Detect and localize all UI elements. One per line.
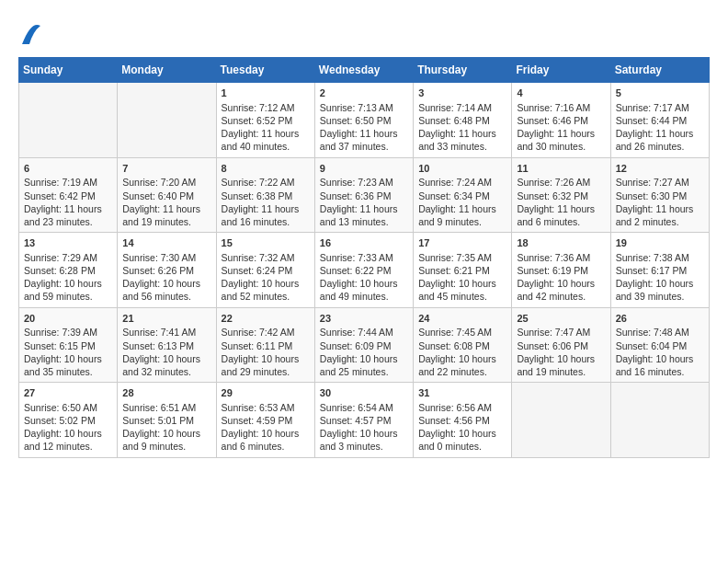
calendar-cell: 8Sunrise: 7:22 AMSunset: 6:38 PMDaylight… bbox=[216, 157, 314, 233]
calendar-cell: 20Sunrise: 7:39 AMSunset: 6:15 PMDayligh… bbox=[19, 307, 118, 383]
calendar-week-row: 20Sunrise: 7:39 AMSunset: 6:15 PMDayligh… bbox=[19, 307, 710, 383]
day-number: 28 bbox=[122, 386, 210, 400]
calendar-cell: 29Sunrise: 6:53 AMSunset: 4:59 PMDayligh… bbox=[216, 383, 314, 458]
day-number: 9 bbox=[320, 162, 408, 176]
weekday-header: Saturday bbox=[610, 58, 709, 83]
calendar-cell: 23Sunrise: 7:44 AMSunset: 6:09 PMDayligh… bbox=[314, 307, 413, 383]
calendar-cell: 28Sunrise: 6:51 AMSunset: 5:01 PMDayligh… bbox=[118, 383, 216, 458]
calendar-cell: 30Sunrise: 6:54 AMSunset: 4:57 PMDayligh… bbox=[314, 383, 413, 458]
calendar-cell: 5Sunrise: 7:17 AMSunset: 6:44 PMDaylight… bbox=[610, 83, 709, 158]
calendar-week-row: 1Sunrise: 7:12 AMSunset: 6:52 PMDaylight… bbox=[19, 83, 710, 158]
calendar-cell: 17Sunrise: 7:35 AMSunset: 6:21 PMDayligh… bbox=[414, 233, 512, 308]
calendar-cell: 1Sunrise: 7:12 AMSunset: 6:52 PMDaylight… bbox=[216, 83, 314, 158]
calendar-cell: 2Sunrise: 7:13 AMSunset: 6:50 PMDaylight… bbox=[314, 83, 413, 158]
calendar-cell: 14Sunrise: 7:30 AMSunset: 6:26 PMDayligh… bbox=[118, 233, 216, 308]
day-number: 15 bbox=[222, 236, 310, 250]
calendar-cell bbox=[118, 83, 216, 158]
calendar-cell: 19Sunrise: 7:38 AMSunset: 6:17 PMDayligh… bbox=[610, 233, 709, 308]
day-number: 16 bbox=[320, 236, 408, 250]
calendar-cell: 18Sunrise: 7:36 AMSunset: 6:19 PMDayligh… bbox=[512, 233, 610, 308]
day-number: 30 bbox=[320, 386, 408, 400]
day-number: 31 bbox=[418, 386, 506, 400]
day-number: 7 bbox=[122, 162, 210, 176]
calendar-cell: 12Sunrise: 7:27 AMSunset: 6:30 PMDayligh… bbox=[610, 157, 709, 233]
day-number: 8 bbox=[222, 162, 310, 176]
calendar-week-row: 6Sunrise: 7:19 AMSunset: 6:42 PMDaylight… bbox=[19, 157, 710, 233]
calendar-cell: 3Sunrise: 7:14 AMSunset: 6:48 PMDaylight… bbox=[414, 83, 512, 158]
calendar-cell: 10Sunrise: 7:24 AMSunset: 6:34 PMDayligh… bbox=[414, 157, 512, 233]
weekday-header: Sunday bbox=[19, 58, 118, 83]
calendar-cell: 7Sunrise: 7:20 AMSunset: 6:40 PMDaylight… bbox=[118, 157, 216, 233]
day-number: 20 bbox=[24, 312, 112, 326]
calendar-cell: 24Sunrise: 7:45 AMSunset: 6:08 PMDayligh… bbox=[414, 307, 512, 383]
calendar-cell: 11Sunrise: 7:26 AMSunset: 6:32 PMDayligh… bbox=[512, 157, 610, 233]
day-number: 13 bbox=[24, 236, 112, 250]
day-number: 6 bbox=[24, 162, 112, 176]
day-number: 17 bbox=[418, 236, 506, 250]
calendar-cell: 15Sunrise: 7:32 AMSunset: 6:24 PMDayligh… bbox=[216, 233, 314, 308]
weekday-header-row: SundayMondayTuesdayWednesdayThursdayFrid… bbox=[19, 58, 710, 83]
weekday-header: Tuesday bbox=[216, 58, 314, 83]
calendar-week-row: 13Sunrise: 7:29 AMSunset: 6:28 PMDayligh… bbox=[19, 233, 710, 308]
calendar-cell: 4Sunrise: 7:16 AMSunset: 6:46 PMDaylight… bbox=[512, 83, 610, 158]
day-number: 1 bbox=[222, 86, 310, 100]
day-number: 24 bbox=[418, 312, 506, 326]
day-number: 12 bbox=[616, 162, 704, 176]
day-number: 29 bbox=[222, 386, 310, 400]
calendar-cell: 31Sunrise: 6:56 AMSunset: 4:56 PMDayligh… bbox=[414, 383, 512, 458]
calendar-cell: 27Sunrise: 6:50 AMSunset: 5:02 PMDayligh… bbox=[19, 383, 118, 458]
calendar-cell bbox=[610, 383, 709, 458]
calendar-cell: 26Sunrise: 7:48 AMSunset: 6:04 PMDayligh… bbox=[610, 307, 709, 383]
logo-wing-icon bbox=[20, 18, 42, 48]
day-number: 4 bbox=[517, 86, 605, 100]
day-number: 3 bbox=[418, 86, 506, 100]
header bbox=[18, 18, 710, 48]
day-number: 21 bbox=[122, 312, 210, 326]
day-number: 26 bbox=[616, 312, 704, 326]
day-number: 5 bbox=[616, 86, 704, 100]
day-number: 23 bbox=[320, 312, 408, 326]
calendar-table: SundayMondayTuesdayWednesdayThursdayFrid… bbox=[18, 57, 710, 458]
calendar-cell bbox=[512, 383, 610, 458]
day-number: 11 bbox=[517, 162, 605, 176]
calendar-cell: 9Sunrise: 7:23 AMSunset: 6:36 PMDaylight… bbox=[314, 157, 413, 233]
day-number: 27 bbox=[24, 386, 112, 400]
day-number: 25 bbox=[517, 312, 605, 326]
day-number: 2 bbox=[320, 86, 408, 100]
weekday-header: Friday bbox=[512, 58, 610, 83]
calendar-cell bbox=[19, 83, 118, 158]
logo bbox=[18, 18, 42, 48]
day-number: 14 bbox=[122, 236, 210, 250]
calendar-cell: 6Sunrise: 7:19 AMSunset: 6:42 PMDaylight… bbox=[19, 157, 118, 233]
day-number: 19 bbox=[616, 236, 704, 250]
calendar-cell: 21Sunrise: 7:41 AMSunset: 6:13 PMDayligh… bbox=[118, 307, 216, 383]
page: SundayMondayTuesdayWednesdayThursdayFrid… bbox=[0, 0, 728, 467]
day-number: 18 bbox=[517, 236, 605, 250]
calendar-cell: 13Sunrise: 7:29 AMSunset: 6:28 PMDayligh… bbox=[19, 233, 118, 308]
calendar-cell: 22Sunrise: 7:42 AMSunset: 6:11 PMDayligh… bbox=[216, 307, 314, 383]
weekday-header: Monday bbox=[118, 58, 216, 83]
day-number: 10 bbox=[418, 162, 506, 176]
weekday-header: Wednesday bbox=[314, 58, 413, 83]
weekday-header: Thursday bbox=[414, 58, 512, 83]
day-number: 22 bbox=[222, 312, 310, 326]
calendar-cell: 25Sunrise: 7:47 AMSunset: 6:06 PMDayligh… bbox=[512, 307, 610, 383]
calendar-week-row: 27Sunrise: 6:50 AMSunset: 5:02 PMDayligh… bbox=[19, 383, 710, 458]
calendar-cell: 16Sunrise: 7:33 AMSunset: 6:22 PMDayligh… bbox=[314, 233, 413, 308]
